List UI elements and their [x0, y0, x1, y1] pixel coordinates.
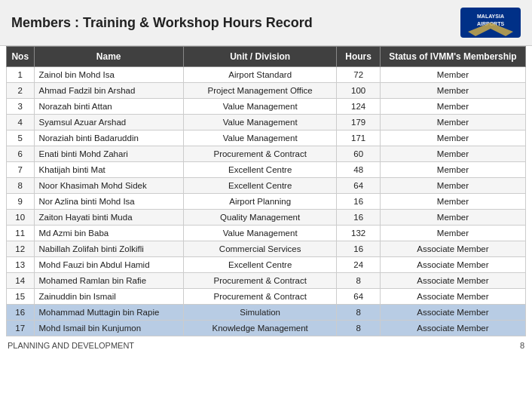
- cell-name: Md Azmi bin Baba: [34, 226, 183, 241]
- table-row: 9 Nor Azlina binti Mohd Isa Airport Plan…: [7, 194, 526, 210]
- table-row: 5 Noraziah binti Badaruddin Value Manage…: [7, 130, 526, 146]
- table-row: 4 Syamsul Azuar Arshad Value Management …: [7, 115, 526, 130]
- cell-hours: 132: [337, 226, 380, 241]
- cell-status: Associate Member: [380, 273, 525, 289]
- cell-status: Member: [380, 115, 525, 130]
- table-row: 7 Khatijah binti Mat Excellent Centre 48…: [7, 162, 526, 178]
- cell-unit: Airport Planning: [183, 194, 337, 210]
- cell-status: Associate Member: [380, 305, 525, 321]
- footer-left: PLANNING AND DEVELOPMENT: [8, 341, 134, 350]
- cell-name: Noor Khasimah Mohd Sidek: [34, 178, 183, 194]
- cell-nos: 4: [7, 115, 35, 130]
- cell-nos: 8: [7, 178, 35, 194]
- cell-nos: 12: [7, 241, 35, 257]
- cell-unit: Procurement & Contract: [183, 146, 337, 162]
- cell-unit: Excellent Centre: [183, 257, 337, 273]
- cell-nos: 6: [7, 146, 35, 162]
- cell-hours: 48: [337, 162, 380, 178]
- col-nos-header: Nos: [7, 47, 35, 67]
- cell-status: Associate Member: [380, 321, 525, 336]
- cell-name: Mohamed Ramlan bin Rafie: [34, 273, 183, 289]
- table-row: 2 Ahmad Fadzil bin Arshad Project Manage…: [7, 83, 526, 99]
- table-row: 16 Mohammad Muttagin bin Rapie Simulatio…: [7, 305, 526, 321]
- table-container: Nos Name Unit / Division Hours Status of…: [0, 46, 532, 336]
- cell-unit: Excellent Centre: [183, 178, 337, 194]
- cell-unit: Value Management: [183, 226, 337, 241]
- cell-hours: 24: [337, 257, 380, 273]
- cell-nos: 16: [7, 305, 35, 321]
- cell-nos: 7: [7, 162, 35, 178]
- table-row: 13 Mohd Fauzi bin Abdul Hamid Excellent …: [7, 257, 526, 273]
- table-row: 11 Md Azmi bin Baba Value Management 132…: [7, 226, 526, 241]
- cell-name: Zaiton Hayati binti Muda: [34, 210, 183, 226]
- table-row: 15 Zainuddin bin Ismail Procurement & Co…: [7, 289, 526, 305]
- cell-hours: 171: [337, 130, 380, 146]
- cell-hours: 100: [337, 83, 380, 99]
- cell-status: Member: [380, 146, 525, 162]
- cell-name: Syamsul Azuar Arshad: [34, 115, 183, 130]
- table-row: 10 Zaiton Hayati binti Muda Quality Mana…: [7, 210, 526, 226]
- cell-unit: Airport Standard: [183, 67, 337, 83]
- col-unit-header: Unit / Division: [183, 47, 337, 67]
- cell-name: Khatijah binti Mat: [34, 162, 183, 178]
- table-row: 17 Mohd Ismail bin Kunjumon Knowledge Ma…: [7, 321, 526, 336]
- cell-name: Mohd Ismail bin Kunjumon: [34, 321, 183, 336]
- cell-status: Member: [380, 210, 525, 226]
- cell-unit: Project Management Office: [183, 83, 337, 99]
- cell-status: Member: [380, 178, 525, 194]
- cell-status: Member: [380, 194, 525, 210]
- cell-hours: 8: [337, 305, 380, 321]
- cell-nos: 2: [7, 83, 35, 99]
- cell-nos: 5: [7, 130, 35, 146]
- cell-name: Noraziah binti Badaruddin: [34, 130, 183, 146]
- cell-hours: 72: [337, 67, 380, 83]
- cell-status: Member: [380, 83, 525, 99]
- table-row: 14 Mohamed Ramlan bin Rafie Procurement …: [7, 273, 526, 289]
- cell-unit: Knowledge Management: [183, 321, 337, 336]
- footer-right: 8: [520, 341, 524, 350]
- page-footer: PLANNING AND DEVELOPMENT 8: [0, 338, 532, 353]
- svg-text:MALAYSIA: MALAYSIA: [477, 14, 504, 19]
- cell-hours: 8: [337, 321, 380, 336]
- cell-name: Nabillah Zolifah binti Zolkifli: [34, 241, 183, 257]
- cell-hours: 60: [337, 146, 380, 162]
- cell-status: Member: [380, 226, 525, 241]
- cell-nos: 15: [7, 289, 35, 305]
- cell-nos: 3: [7, 99, 35, 115]
- cell-unit: Procurement & Contract: [183, 273, 337, 289]
- cell-unit: Quality Management: [183, 210, 337, 226]
- cell-unit: Value Management: [183, 115, 337, 130]
- cell-nos: 1: [7, 67, 35, 83]
- cell-name: Nor Azlina binti Mohd Isa: [34, 194, 183, 210]
- cell-status: Member: [380, 67, 525, 83]
- col-status-header: Status of IVMM's Membership: [380, 47, 525, 67]
- col-hours-header: Hours: [337, 47, 380, 67]
- cell-hours: 8: [337, 273, 380, 289]
- table-row: 6 Enati binti Mohd Zahari Procurement & …: [7, 146, 526, 162]
- cell-status: Member: [380, 99, 525, 115]
- cell-hours: 179: [337, 115, 380, 130]
- table-header-row: Nos Name Unit / Division Hours Status of…: [7, 47, 526, 67]
- cell-nos: 14: [7, 273, 35, 289]
- cell-nos: 17: [7, 321, 35, 336]
- cell-name: Zainuddin bin Ismail: [34, 289, 183, 305]
- cell-unit: Procurement & Contract: [183, 289, 337, 305]
- table-row: 12 Nabillah Zolifah binti Zolkifli Comme…: [7, 241, 526, 257]
- malaysia-airports-logo: MALAYSIA AIRPORTS: [460, 8, 521, 38]
- cell-unit: Simulation: [183, 305, 337, 321]
- cell-nos: 10: [7, 210, 35, 226]
- cell-status: Associate Member: [380, 257, 525, 273]
- cell-name: Ahmad Fadzil bin Arshad: [34, 83, 183, 99]
- cell-hours: 16: [337, 241, 380, 257]
- col-name-header: Name: [34, 47, 183, 67]
- cell-status: Associate Member: [380, 241, 525, 257]
- members-table: Nos Name Unit / Division Hours Status of…: [6, 46, 526, 336]
- cell-nos: 13: [7, 257, 35, 273]
- page-header: Members : Training & Workshop Hours Reco…: [0, 0, 532, 46]
- cell-unit: Excellent Centre: [183, 162, 337, 178]
- cell-hours: 64: [337, 178, 380, 194]
- cell-hours: 124: [337, 99, 380, 115]
- cell-status: Associate Member: [380, 289, 525, 305]
- logo-area: MALAYSIA AIRPORTS: [460, 8, 521, 38]
- cell-name: Mohd Fauzi bin Abdul Hamid: [34, 257, 183, 273]
